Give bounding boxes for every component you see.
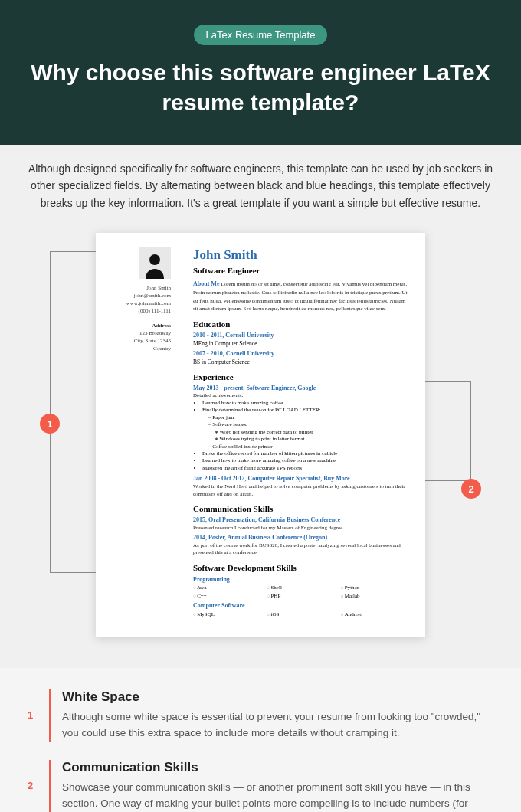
exp1-b5: Mastered the art of filing accurate TPS … [202, 465, 411, 472]
svg-point-0 [149, 254, 160, 265]
comm2-text: As part of the course work for BUS320, I… [193, 542, 411, 557]
exp1-sub: Detailed achievements: [193, 392, 411, 399]
exp1-head: May 2013 - present, Software Engineer, G… [193, 385, 411, 393]
about-heading: About Me [193, 280, 219, 287]
skill-item: C++ [193, 593, 264, 600]
callout-badge-1: 1 [40, 414, 60, 434]
soft-skills: MySQL iOS Android [193, 611, 411, 618]
exp1-b2: Finally determined the reason for PC LOA… [202, 407, 411, 450]
annotations-section: 1 White Space Although some white space … [0, 668, 521, 812]
edu-1-period: 2010 - 2011, Cornell University [193, 332, 411, 340]
comm2-head: 2014, Poster, Annual Business Conference… [193, 534, 411, 542]
exp1-b2b1: Word not sending the correct data to pri… [215, 429, 411, 436]
sidebar-phone: (000) 111-1111 [110, 308, 171, 316]
sidebar-address-heading: Address [110, 323, 171, 330]
template-badge: LaTex Resume Template [194, 25, 328, 45]
sidebar-addr3: Country [110, 345, 171, 353]
edu-2-detail: BS in Computer Science [193, 359, 411, 366]
hero-section: LaTex Resume Template Why choose this so… [0, 0, 521, 145]
resume-divider [182, 247, 182, 624]
education-heading: Education [193, 319, 411, 330]
skill-item: MySQL [193, 611, 264, 618]
exp1-b1: Learned how to make amazing coffee [202, 400, 411, 407]
skill-item: Matlab [341, 593, 411, 600]
sidebar-email: john@smith.com [110, 293, 171, 300]
experience-heading: Experience [193, 372, 411, 383]
edu-2-period: 2007 - 2010, Cornell University [193, 350, 411, 359]
exp1-b2a: Paper jam [208, 414, 411, 421]
comm-heading: Communication Skills [193, 503, 411, 515]
resume-title: Software Engineer [193, 265, 411, 277]
annotation-item: 1 White Space Although some white space … [28, 689, 493, 742]
comm1-text: Presented research I conducted for my Ma… [193, 525, 411, 532]
edu-1-detail: MEng in Computer Science [193, 340, 411, 348]
sidebar-web: www.johnsmith.com [110, 300, 171, 308]
hero-title: Why choose this software engineer LaTeX … [15, 57, 506, 117]
exp1-b2c: Coffee spilled inside printer [208, 444, 411, 450]
sidebar-addr2: City, State 12345 [110, 338, 171, 345]
skill-item: Java [193, 584, 264, 591]
skill-item: Android [341, 611, 411, 618]
exp1-b4: Learned how to make more amazing coffee … [202, 457, 411, 464]
avatar-icon [139, 247, 171, 279]
resume-name: John Smith [193, 247, 411, 264]
about-text: Lorem ipsum dolor sit amet, consectetur … [193, 281, 408, 312]
resume-sidebar: John Smith john@smith.com www.johnsmith.… [110, 247, 171, 624]
dev-heading: Software Development Skills [193, 562, 411, 574]
prog-skills: Java Shell Python C++ PHP Matlab [193, 584, 411, 600]
annotation-number: 2 [28, 760, 38, 812]
annotation-title: Communication Skills [62, 760, 493, 775]
skill-item: Shell [267, 584, 337, 591]
skill-item: iOS [267, 611, 337, 618]
sidebar-addr1: 123 Broadway [110, 330, 171, 338]
exp2-text: Worked in the Nerd Herd and helped to so… [193, 483, 411, 498]
exp1-b3: Broke the office record for number of ki… [202, 450, 411, 457]
exp2-head: Jan 2008 - Oct 2012, Computer Repair Spe… [193, 475, 411, 483]
annotation-title: White Space [62, 689, 493, 705]
annotation-number: 1 [28, 689, 38, 742]
skill-item: Python [341, 584, 411, 591]
callout-leader-right: 2 [425, 274, 471, 596]
prog-heading: Programming [193, 576, 411, 584]
callout-badge-2: 2 [461, 479, 481, 499]
exp1-b2b2: Windows trying to print in letter format [215, 436, 411, 443]
annotation-item: 2 Communication Skills Showcase your com… [28, 760, 493, 812]
preview-section: 1 John Smith john@smith.com www.johnsmit… [0, 233, 521, 668]
comm1-head: 2015, Oral Presentation, California Busi… [193, 516, 411, 525]
soft-heading: Computer Software [193, 602, 411, 611]
annotation-body: Showcase your communication skills — or … [62, 780, 493, 812]
resume-preview: John Smith john@smith.com www.johnsmith.… [96, 233, 425, 637]
callout-leader-left: 1 [50, 274, 96, 596]
skill-item: PHP [267, 593, 337, 600]
intro-section: Although designed specifically for softw… [0, 145, 521, 233]
annotation-body: Although some white space is essential t… [62, 709, 493, 742]
resume-main: John Smith Software Engineer About Me Lo… [193, 247, 411, 624]
sidebar-name: John Smith [110, 285, 171, 293]
exp1-b2b: Software issues: Word not sending the co… [208, 421, 411, 443]
intro-text: Although designed specifically for softw… [28, 160, 493, 211]
